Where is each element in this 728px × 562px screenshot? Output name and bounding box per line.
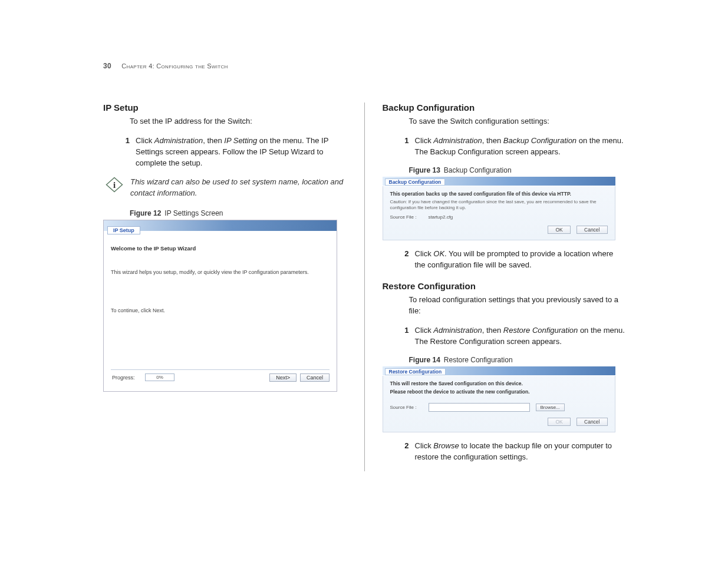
- step-number: 2: [394, 249, 415, 271]
- panel-body: This will restore the Saved configuratio…: [383, 376, 615, 432]
- backup-intro: To save the Switch configuration setting…: [383, 116, 625, 127]
- source-file-value: startup2.cfg: [429, 214, 453, 220]
- two-column-layout: IP Setup To set the IP address for the S…: [103, 103, 625, 471]
- restore-config-heading: Restore Configuration: [383, 281, 625, 291]
- wizard-continue-hint: To continue, click Next.: [111, 308, 330, 313]
- step-number: 1: [394, 135, 415, 158]
- ok-button[interactable]: OK: [548, 418, 570, 426]
- step-number: 1: [115, 135, 136, 169]
- left-column: IP Setup To set the IP address for the S…: [103, 103, 364, 471]
- cancel-button[interactable]: Cancel: [577, 226, 607, 234]
- progress-label: Progress:: [111, 375, 143, 381]
- ip-setup-wizard-screenshot: IP Setup Welcome to the IP Setup Wizard …: [103, 220, 337, 392]
- restore-intro: To reload configuration settings that yo…: [383, 295, 625, 317]
- backup-description: This operation backs up the saved config…: [390, 191, 608, 197]
- panel-body: This operation backs up the saved config…: [383, 186, 615, 240]
- step-content: Click OK. You will be prompted to provid…: [415, 249, 625, 271]
- source-file-label: Source File :: [390, 405, 423, 410]
- wizard-tab[interactable]: IP Setup: [107, 226, 140, 234]
- document-page: 30 Chapter 4: Configuring the Switch IP …: [0, 0, 728, 562]
- tip-callout: i This wizard can also be used to set sy…: [103, 177, 347, 198]
- restore-step-1: 1 Click Administration, then Restore Con…: [383, 325, 625, 348]
- backup-caution: Caution: If you have changed the configu…: [390, 199, 608, 211]
- backup-step-1: 1 Click Administration, then Backup Conf…: [383, 135, 625, 158]
- running-header: 30 Chapter 4: Configuring the Switch: [103, 62, 625, 70]
- button-row: OK Cancel: [390, 418, 608, 426]
- figure-13-caption: Figure 13Backup Configuration: [409, 166, 625, 174]
- wizard-welcome: Welcome to the IP Setup Wizard: [111, 245, 330, 252]
- info-icon: i: [106, 177, 123, 198]
- backup-config-screenshot: Backup Configuration This operation back…: [383, 177, 615, 240]
- ok-button[interactable]: OK: [548, 226, 570, 234]
- chapter-title: Chapter 4: Configuring the Switch: [121, 62, 228, 70]
- page-number: 30: [103, 62, 111, 70]
- step-content: Click Browse to locate the backup file o…: [415, 441, 625, 463]
- progress-bar: 0%: [145, 373, 174, 381]
- figure-14-caption: Figure 14Restore Configuration: [409, 356, 625, 364]
- button-row: OK Cancel: [390, 226, 608, 234]
- browse-button[interactable]: Browse...: [536, 404, 565, 411]
- panel-tab[interactable]: Restore Configuration: [385, 368, 446, 375]
- restore-config-screenshot: Restore Configuration This will restore …: [383, 366, 615, 432]
- step-content: Click Administration, then IP Setting on…: [136, 135, 347, 169]
- cancel-button[interactable]: Cancel: [300, 373, 330, 382]
- source-file-label: Source File :: [390, 214, 423, 220]
- wizard-divider: [111, 369, 330, 370]
- ip-setup-step-1: 1 Click Administration, then IP Setting …: [103, 135, 347, 169]
- ip-setup-heading: IP Setup: [103, 103, 347, 113]
- step-number: 1: [394, 325, 415, 348]
- wizard-footer: Progress: 0% Next> Cancel: [111, 373, 330, 386]
- tip-text: This wizard can also be used to set syst…: [130, 177, 347, 198]
- svg-text:i: i: [113, 180, 116, 190]
- restore-line-2: Please reboot the device to activate the…: [390, 389, 608, 395]
- restore-line-1: This will restore the Saved configuratio…: [390, 381, 608, 386]
- figure-12-caption: Figure 12IP Settings Screen: [130, 209, 347, 217]
- wizard-body: Welcome to the IP Setup Wizard This wiza…: [104, 238, 337, 391]
- step-number: 2: [394, 441, 415, 463]
- step-content: Click Administration, then Backup Config…: [415, 135, 625, 158]
- restore-step-2: 2 Click Browse to locate the backup file…: [383, 441, 625, 463]
- panel-tab[interactable]: Backup Configuration: [385, 178, 446, 186]
- backup-config-heading: Backup Configuration: [383, 103, 625, 113]
- wizard-description: This wizard helps you setup, modify, or …: [111, 269, 330, 275]
- right-column: Backup Configuration To save the Switch …: [364, 103, 625, 471]
- ip-setup-intro: To set the IP address for the Switch:: [103, 116, 347, 127]
- source-file-row: Source File : Browse...: [390, 403, 608, 412]
- source-file-input[interactable]: [429, 403, 530, 412]
- source-file-row: Source File : startup2.cfg: [390, 214, 608, 220]
- backup-step-2: 2 Click OK. You will be prompted to prov…: [383, 249, 625, 271]
- step-content: Click Administration, then Restore Confi…: [415, 325, 625, 348]
- next-button[interactable]: Next>: [269, 373, 297, 382]
- cancel-button[interactable]: Cancel: [577, 418, 607, 426]
